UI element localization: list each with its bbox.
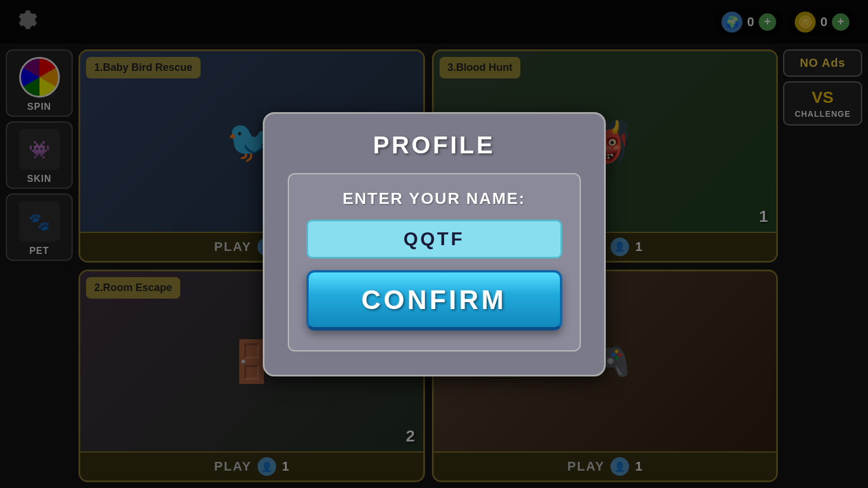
- modal-inner: ENTER YOUR NAME: CONFIRM: [288, 173, 581, 351]
- enter-name-label: ENTER YOUR NAME:: [342, 189, 526, 208]
- name-input[interactable]: [306, 220, 562, 259]
- modal-title: PROFILE: [373, 131, 495, 159]
- confirm-button[interactable]: CONFIRM: [306, 270, 562, 331]
- profile-modal: PROFILE ENTER YOUR NAME: CONFIRM: [263, 112, 606, 376]
- modal-overlay: PROFILE ENTER YOUR NAME: CONFIRM: [0, 0, 868, 488]
